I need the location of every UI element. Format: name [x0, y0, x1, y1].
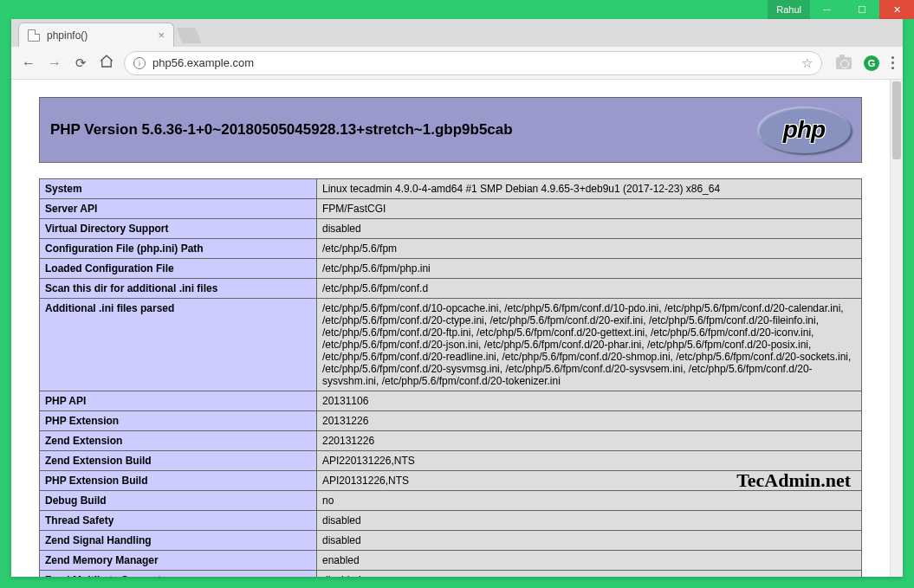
camera-icon[interactable]	[836, 57, 852, 69]
table-row: Zend Signal Handlingdisabled	[40, 531, 862, 551]
tab-title: phpinfo()	[47, 29, 88, 42]
table-row: Configuration File (php.ini) Path/etc/ph…	[40, 239, 862, 259]
row-key: System	[40, 179, 317, 199]
table-row: Additional .ini files parsed/etc/php/5.6…	[40, 299, 862, 391]
window-close-button[interactable]	[879, 0, 914, 19]
table-row: Zend Extension220131226	[40, 431, 862, 451]
back-button[interactable]: ←	[20, 55, 37, 71]
table-row: Zend Memory Managerenabled	[40, 551, 862, 571]
browser-menu-button[interactable]	[891, 56, 894, 69]
table-row: Loaded Configuration File/etc/php/5.6/fp…	[40, 259, 862, 279]
table-row: PHP Extension BuildAPI20131226,NTS	[40, 471, 862, 491]
php-version-title: PHP Version 5.6.36-1+0~20180505045928.13…	[50, 121, 757, 139]
row-key: Zend Extension Build	[40, 451, 317, 471]
row-value: disabled	[317, 571, 862, 578]
row-key: PHP API	[40, 391, 317, 411]
page-content: PHP Version 5.6.36-1+0~20180505045928.13…	[11, 80, 890, 577]
table-row: PHP Extension20131226	[40, 411, 862, 431]
row-value: API220131226,NTS	[317, 451, 862, 471]
row-key: Zend Extension	[40, 431, 317, 451]
table-row: Zend Extension BuildAPI220131226,NTS	[40, 451, 862, 471]
vertical-scrollbar[interactable]	[890, 80, 903, 577]
row-key: Loaded Configuration File	[40, 259, 317, 279]
url-text: php56.example.com	[152, 56, 254, 69]
row-value: /etc/php/5.6/fpm/php.ini	[317, 259, 862, 279]
row-key: Zend Signal Handling	[40, 531, 317, 551]
row-value: disabled	[317, 531, 862, 551]
row-key: Scan this dir for additional .ini files	[40, 279, 317, 299]
php-logo-text: php	[783, 116, 825, 144]
row-key: Thread Safety	[40, 511, 317, 531]
row-key: Virtual Directory Support	[40, 219, 317, 239]
row-value: 20131106	[317, 391, 862, 411]
row-value: FPM/FastCGI	[317, 199, 862, 219]
table-row: SystemLinux tecadmin 4.9.0-4-amd64 #1 SM…	[40, 179, 862, 199]
browser-toolbar: ← → ⟳ i php56.example.com ☆ G	[11, 47, 903, 80]
row-value: no	[317, 491, 862, 511]
new-tab-button[interactable]	[177, 28, 202, 43]
os-user-badge[interactable]: Rahul	[768, 0, 810, 19]
table-row: Debug Buildno	[40, 491, 862, 511]
row-value: Linux tecadmin 4.9.0-4-amd64 #1 SMP Debi…	[317, 179, 862, 199]
row-value: 20131226	[317, 411, 862, 431]
row-value: API20131226,NTS	[317, 471, 862, 491]
table-row: PHP API20131106	[40, 391, 862, 411]
tab-bar: phpinfo() ×	[11, 19, 903, 47]
phpinfo-header: PHP Version 5.6.36-1+0~20180505045928.13…	[39, 97, 862, 163]
php-logo: php	[757, 107, 851, 153]
table-row: Zend Multibyte Supportdisabled	[40, 571, 862, 578]
os-titlebar: Rahul	[0, 0, 914, 19]
row-key: Zend Multibyte Support	[40, 571, 317, 578]
home-button[interactable]	[98, 54, 115, 73]
row-key: Server API	[40, 199, 317, 219]
row-value: /etc/php/5.6/fpm	[317, 239, 862, 259]
tab-close-button[interactable]: ×	[158, 29, 165, 42]
row-value: enabled	[317, 551, 862, 571]
row-key: Debug Build	[40, 491, 317, 511]
window-maximize-button[interactable]	[845, 0, 879, 19]
row-value: /etc/php/5.6/fpm/conf.d/10-opcache.ini, …	[317, 299, 862, 391]
phpinfo-table: SystemLinux tecadmin 4.9.0-4-amd64 #1 SM…	[39, 178, 862, 577]
browser-tab[interactable]: phpinfo() ×	[18, 23, 174, 47]
table-row: Thread Safetydisabled	[40, 511, 862, 531]
page-viewport: PHP Version 5.6.36-1+0~20180505045928.13…	[11, 80, 903, 577]
row-key: Additional .ini files parsed	[40, 299, 317, 391]
site-info-icon[interactable]: i	[133, 57, 146, 69]
row-value: disabled	[317, 511, 862, 531]
row-value: disabled	[317, 219, 862, 239]
row-key: PHP Extension Build	[40, 471, 317, 491]
address-bar[interactable]: i php56.example.com ☆	[124, 51, 822, 75]
forward-button: →	[46, 55, 63, 71]
row-value: 220131226	[317, 431, 862, 451]
window-minimize-button[interactable]	[810, 0, 845, 19]
row-key: PHP Extension	[40, 411, 317, 431]
table-row: Scan this dir for additional .ini files/…	[40, 279, 862, 299]
grammarly-icon[interactable]: G	[864, 55, 879, 71]
row-key: Configuration File (php.ini) Path	[40, 239, 317, 259]
row-key: Zend Memory Manager	[40, 551, 317, 571]
file-icon	[28, 29, 40, 42]
table-row: Virtual Directory Supportdisabled	[40, 219, 862, 239]
table-row: Server APIFPM/FastCGI	[40, 199, 862, 219]
reload-button[interactable]: ⟳	[72, 55, 89, 71]
browser-window: phpinfo() × ← → ⟳ i php56.example.com ☆ …	[11, 19, 903, 577]
row-value: /etc/php/5.6/fpm/conf.d	[317, 279, 862, 299]
bookmark-star-icon[interactable]: ☆	[801, 55, 813, 71]
scrollbar-thumb[interactable]	[892, 81, 901, 159]
